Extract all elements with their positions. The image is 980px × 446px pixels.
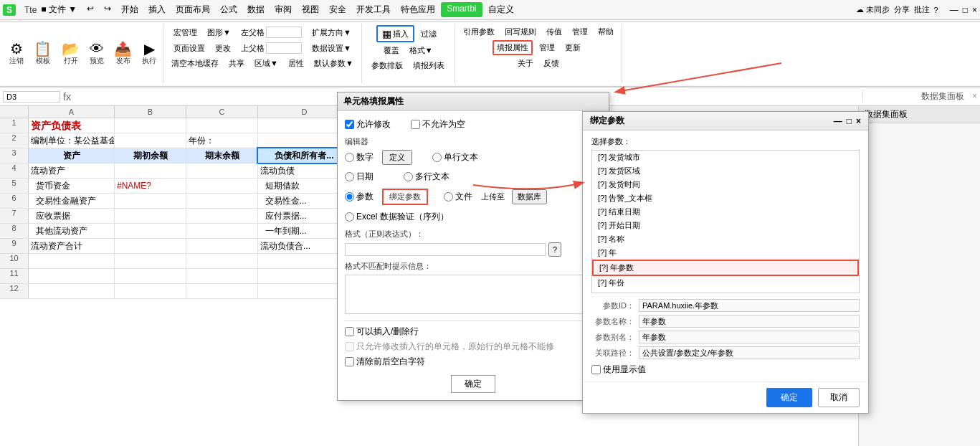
cell-c1[interactable] xyxy=(186,118,258,133)
menu-undo[interactable]: ↩ xyxy=(82,2,98,17)
cell-c8[interactable] xyxy=(186,224,258,238)
share-btn[interactable]: 分享 xyxy=(894,4,910,15)
upper-parent-input[interactable] xyxy=(266,42,302,54)
cell-c7[interactable] xyxy=(186,209,258,223)
cell-a8[interactable]: 其他流动资产 xyxy=(29,224,115,238)
btn-cover[interactable]: 覆盖 xyxy=(380,44,403,57)
btn-left-parent[interactable]: 左父格 xyxy=(237,25,305,39)
cell-c9[interactable] xyxy=(186,239,258,253)
btn-ref-param[interactable]: 引用参数 xyxy=(460,25,498,39)
btn-preview[interactable]: 👁 预览 xyxy=(86,39,108,68)
radio-single-line[interactable]: 单行文本 xyxy=(432,151,478,163)
format-input[interactable] xyxy=(345,243,546,256)
cell-a2[interactable]: 编制单位：某公益基金 xyxy=(29,133,115,148)
menu-start[interactable]: 开始 xyxy=(117,2,143,17)
btn-fill-attr[interactable]: 填报属性 xyxy=(493,40,533,55)
can-insert-delete-checkbox[interactable] xyxy=(345,327,354,336)
menu-security[interactable]: 安全 xyxy=(325,2,351,17)
menu-smartbi[interactable]: Smartbi xyxy=(441,2,482,17)
cell-b7[interactable] xyxy=(115,209,186,223)
cell-b5[interactable]: #NAME? xyxy=(115,179,186,193)
format-mismatch-textarea[interactable] xyxy=(345,275,601,314)
allow-edit-checkbox[interactable] xyxy=(345,120,354,129)
format-help-btn[interactable]: ? xyxy=(548,242,561,257)
btn-upper-parent[interactable]: 上父格 xyxy=(237,41,305,55)
btn-update[interactable]: 更新 xyxy=(561,41,584,54)
insert-delete-checkbox[interactable]: 可以插入/删除行 xyxy=(345,326,601,338)
minimize-btn[interactable]: — xyxy=(950,5,958,15)
left-parent-input[interactable] xyxy=(266,27,302,38)
radio-excel-validate[interactable]: Excel 数据验证（序列） xyxy=(345,211,449,223)
menu-data[interactable]: 数据 xyxy=(243,2,269,17)
cell-a1[interactable]: 资产负债表 xyxy=(29,118,115,133)
cell-a9[interactable]: 流动资产合计 xyxy=(29,239,115,253)
cell-c5[interactable] xyxy=(186,179,258,193)
cell-a5[interactable]: 货币资金 xyxy=(29,179,115,193)
only-allow-modify-checkbox[interactable]: 只允许修改插入行的单元格，原始行的单元格不能修 xyxy=(345,341,601,353)
cell-b4[interactable] xyxy=(115,163,186,178)
cell-b9[interactable] xyxy=(115,239,186,253)
cell-a3[interactable]: 资产 xyxy=(29,148,115,163)
btn-extend-dir[interactable]: 扩展方向▼ xyxy=(308,26,355,39)
menu-dev-tools[interactable]: 开发工具 xyxy=(352,2,395,17)
cell-b3[interactable]: 期初余额 xyxy=(115,148,186,163)
help-btn[interactable]: ? xyxy=(934,6,938,14)
clear-spaces-check[interactable] xyxy=(345,357,354,366)
cell-a6[interactable]: 交易性金融资产 xyxy=(29,194,115,208)
btn-share[interactable]: 共享 xyxy=(225,57,248,70)
menu-custom[interactable]: 自定义 xyxy=(484,2,518,17)
btn-area[interactable]: 区域▼ xyxy=(251,57,282,70)
not-allow-null-checkbox[interactable] xyxy=(411,120,420,129)
cell-c2[interactable]: 年份： xyxy=(186,133,258,148)
not-allow-null-checkbox-label[interactable]: 不允许为空 xyxy=(411,118,465,131)
radio-date[interactable]: 日期 xyxy=(345,171,374,183)
cell-b6[interactable] xyxy=(115,194,186,208)
menu-view[interactable]: 视图 xyxy=(298,2,323,17)
cell-c3[interactable]: 期末余额 xyxy=(186,148,258,163)
cell-a7[interactable]: 应收票据 xyxy=(29,209,115,223)
menu-formula[interactable]: 公式 xyxy=(216,2,242,17)
menu-review[interactable]: 审阅 xyxy=(270,2,296,17)
btn-format[interactable]: 格式▼ xyxy=(406,44,437,57)
btn-properties[interactable]: 居性 xyxy=(285,57,308,70)
btn-graph[interactable]: 图形▼ xyxy=(204,26,234,39)
define-btn[interactable]: 定义 xyxy=(382,150,412,165)
menu-page-layout[interactable]: 页面布局 xyxy=(171,2,214,17)
cell-c4[interactable] xyxy=(186,163,258,178)
menu-file[interactable]: ■ 文件 ▼ xyxy=(37,2,81,17)
btn-feedback[interactable]: 反馈 xyxy=(540,57,563,70)
radio-file[interactable]: 文件 xyxy=(444,191,472,203)
menu-redo[interactable]: ↪ xyxy=(100,2,115,17)
bind-param-btn[interactable]: 绑定参数 xyxy=(382,189,428,205)
btn-template[interactable]: 📋 模板 xyxy=(30,39,55,68)
btn-transfer[interactable]: 传值 xyxy=(543,25,566,39)
radio-param[interactable]: 参数 xyxy=(345,191,374,203)
btn-change[interactable]: 更改 xyxy=(211,42,234,55)
btn-manage-right[interactable]: 管理 xyxy=(569,25,591,39)
menu-insert[interactable]: 插入 xyxy=(144,2,170,17)
btn-manage[interactable]: 管理 xyxy=(536,41,558,54)
cell-c6[interactable] xyxy=(186,194,258,208)
btn-write-back[interactable]: 回写规则 xyxy=(501,25,540,39)
btn-page-setup[interactable]: 页面设置 xyxy=(170,42,209,55)
radio-multi-line[interactable]: 多行文本 xyxy=(404,171,449,183)
btn-publish[interactable]: 📤 发布 xyxy=(110,39,135,68)
btn-open[interactable]: 📂 打开 xyxy=(58,39,83,68)
cell-a4[interactable]: 流动资产 xyxy=(29,163,115,178)
btn-about[interactable]: 关于 xyxy=(514,57,537,70)
menu-special-app[interactable]: 特色应用 xyxy=(396,2,439,17)
clear-spaces-checkbox[interactable]: 清除前后空白字符 xyxy=(345,356,601,368)
btn-default-param[interactable]: 默认参数▼ xyxy=(310,57,357,70)
allow-edit-checkbox-label[interactable]: 允许修改 xyxy=(345,118,391,131)
btn-fill-report-list[interactable]: 填报列表 xyxy=(409,59,448,72)
cell-property-confirm-btn[interactable]: 确定 xyxy=(451,375,495,393)
only-allow-modify-check[interactable] xyxy=(345,342,354,351)
window-close-btn[interactable]: × xyxy=(972,5,977,15)
data-panel-close-icon[interactable]: × xyxy=(972,91,977,101)
btn-clear-cache[interactable]: 清空本地缓存 xyxy=(168,57,222,70)
maximize-btn[interactable]: □ xyxy=(963,5,968,15)
btn-hong-guan[interactable]: 宏管理 xyxy=(170,26,201,39)
btn-filter[interactable]: 过滤 xyxy=(417,27,440,41)
btn-data-setting[interactable]: 数据设置▼ xyxy=(308,42,355,55)
btn-logout[interactable]: ⚙ 注销 xyxy=(6,39,27,68)
